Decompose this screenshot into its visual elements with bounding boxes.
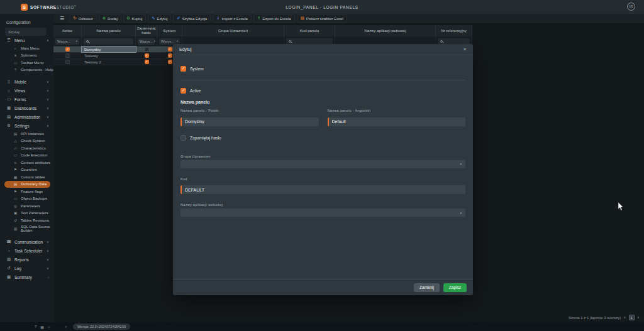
sidebar-item-code-execution[interactable]: ▭Code Execution — [0, 152, 53, 160]
remember-checkbox[interactable] — [180, 135, 186, 141]
checkbox-unchecked[interactable] — [65, 60, 70, 64]
user-avatar[interactable]: US — [627, 3, 635, 11]
sidebar-item-main-menu[interactable]: ⌂Main Menu — [0, 45, 53, 52]
sidebar-item-check-system[interactable]: △Check System — [0, 138, 53, 145]
chevron-right-icon: › — [48, 275, 49, 279]
group-label: Grupa Uprawnień — [180, 155, 465, 158]
close-icon[interactable]: ✕ — [463, 47, 467, 52]
checkbox-checked[interactable]: ✓ — [168, 53, 172, 58]
cell-name[interactable]: Testowy 2 — [82, 59, 136, 65]
copy-button[interactable]: ⧉Kopiuj — [123, 14, 146, 23]
column-header-kod-panelu[interactable]: Kod panelu — [284, 25, 335, 36]
column-header-active[interactable]: Active — [53, 25, 82, 36]
filter-search-nr-referencyjny[interactable] — [438, 38, 470, 45]
sidebar-group-views[interactable]: ○Views∨ — [0, 86, 53, 95]
sidebar-group-menu[interactable]: ☰ Menu ∧ — [0, 36, 53, 45]
hamburger-icon[interactable]: ☰ — [60, 16, 64, 21]
sidebar-group-administration[interactable]: ▤Administration∨ — [0, 112, 53, 121]
sidebar-group-task-scheduler[interactable]: ◔Task Scheduler∨ — [0, 246, 53, 255]
chevron-down-icon: ∨ — [47, 80, 49, 84]
sidebar-group-dashboards[interactable]: ▦Dashboards∨ — [0, 104, 53, 112]
sidebar-item-characteristics[interactable]: ▱Characteristics — [0, 144, 53, 152]
shape-icon: ▱ — [13, 146, 18, 150]
sidebar-group-reports[interactable]: ▤Reports∨ — [0, 255, 53, 264]
flag-icon: ⚑ — [13, 168, 18, 171]
sidebar-item-text-parameters[interactable]: ▣Text Parameters — [0, 210, 53, 217]
sidebar-group-mobile[interactable]: ▯Mobile∨ — [0, 77, 53, 86]
sidebar-item-tables-revisions[interactable]: ↺Tables Revisions — [0, 217, 53, 224]
collapse-sidebar-icon[interactable]: ‹ — [65, 325, 67, 329]
checkbox-checked[interactable]: ✓ — [145, 53, 149, 58]
column-header-grupa-uprawnien[interactable]: Grupa Uprawnień — [182, 25, 284, 36]
download-template-button[interactable]: ▤Pobierz szablon Excel — [297, 14, 347, 23]
sidebar-group-log[interactable]: ↺Log∨ — [0, 264, 53, 273]
filter-select-active[interactable]: Wszys...▾ — [55, 38, 79, 45]
checkbox-checked[interactable]: ✓ — [145, 60, 149, 64]
edit-button[interactable]: ✎Edytuj — [148, 14, 171, 23]
close-button[interactable]: Zamknij — [414, 283, 440, 292]
sidebar-item-countries[interactable]: ⚑Countries — [0, 166, 53, 174]
page-next-icon[interactable]: › — [638, 315, 639, 320]
help-icon[interactable]: ? — [35, 325, 36, 329]
system-checkbox[interactable]: ✓ — [180, 66, 186, 72]
cell-active[interactable] — [53, 53, 82, 58]
import-excel-button[interactable]: ⇓Import z Excela — [213, 14, 252, 23]
add-button[interactable]: ⊕Dodaj — [99, 14, 121, 23]
checkbox-unchecked[interactable] — [145, 47, 149, 52]
export-excel-button[interactable]: ⇑Export do Excela — [253, 14, 295, 23]
sidebar-item-feature-flags[interactable]: ⚑Feature flags — [0, 188, 53, 195]
sidebar-group-forms[interactable]: ▭Forms∨ — [0, 95, 53, 104]
column-header-system[interactable]: System — [157, 25, 182, 36]
cell-active[interactable] — [53, 59, 82, 65]
column-header-zapamietaj-haslo[interactable]: Zapamiętaj hasło — [136, 25, 157, 36]
save-button[interactable]: Zapisz — [443, 283, 467, 292]
sidebar-item-dictionary-data[interactable]: ▤Dictionary Data — [4, 181, 50, 188]
sidebar-item-object-backups[interactable]: ▭Object Backups — [0, 195, 53, 203]
cell-name[interactable]: Domyślny — [82, 46, 136, 52]
name-en-input[interactable] — [328, 117, 466, 126]
sidebar-item-submenu[interactable]: ≡Submenu — [0, 52, 53, 60]
filter-search-nazwa-panelu[interactable] — [84, 38, 133, 45]
sidebar-item-toolbar-menu[interactable]: ▭Toolbar Menu — [0, 59, 53, 67]
code-input[interactable] — [180, 185, 465, 194]
home-icon[interactable]: ⌂ — [48, 325, 50, 329]
column-header-nazwa-panelu[interactable]: Nazwa panelu — [82, 25, 136, 36]
active-checkbox[interactable]: ✓ — [180, 88, 186, 94]
checkbox-unchecked[interactable] — [65, 53, 70, 58]
group-select[interactable]: ▾ — [180, 160, 465, 168]
sidebar-search-input[interactable] — [5, 28, 47, 36]
help-icon: ? — [13, 68, 18, 72]
sidebar-item-components-help[interactable]: ?Components - Help — [0, 67, 53, 74]
refresh-button[interactable]: ↻Odśwież — [69, 14, 96, 23]
sidebar-item-api-instances[interactable]: ▤API Instances — [0, 130, 53, 138]
checkbox-checked[interactable]: ✓ — [168, 60, 172, 64]
checkbox-checked[interactable]: ✓ — [65, 47, 70, 52]
document-icon: ▤ — [6, 257, 11, 262]
quick-edit-button[interactable]: ✐Szybka Edycja — [173, 14, 211, 23]
sidebar-group-summary[interactable]: ▦Summary› — [0, 273, 53, 281]
page-number[interactable]: 1 — [629, 315, 635, 320]
filter-select-system[interactable]: Wszys...▾ — [159, 38, 180, 45]
sidebar-item-parameters[interactable]: ◎Parameters — [0, 202, 53, 210]
checkbox-checked[interactable]: ✓ — [168, 47, 172, 52]
name-pl-input[interactable] — [180, 117, 319, 126]
cell-remember[interactable] — [136, 46, 157, 52]
cell-remember[interactable]: ✓ — [136, 59, 157, 65]
sidebar-item-context-attributes[interactable]: ∞Context attributes — [0, 159, 53, 166]
sidebar-group-settings[interactable]: ⚙Settings∧ — [0, 121, 53, 130]
filter-select-zapamietaj[interactable]: Wszys...▾ — [138, 38, 155, 45]
filter-search-kod-panelu[interactable] — [286, 38, 333, 45]
column-header-nazwy-aplikacji[interactable]: Nazwy aplikacji webowej — [335, 25, 436, 36]
webapp-select[interactable]: ▾ — [180, 209, 465, 217]
column-header-nr-referencyjny[interactable]: Nr referencyjny — [436, 25, 472, 36]
cell-name[interactable]: Testowy — [82, 53, 136, 58]
chevron-down-icon: ∨ — [47, 97, 49, 101]
sidebar-item-custom-tables[interactable]: ▦Custom tables — [0, 173, 53, 181]
building-icon[interactable]: ▦ — [40, 325, 44, 329]
page-prev-icon[interactable]: ‹ — [624, 315, 625, 320]
sidebar-item-sql-data-source-builder[interactable]: ▥SQL Data Source Builder — [0, 224, 53, 234]
cell-remember[interactable]: ✓ — [136, 53, 157, 58]
cell-active[interactable]: ✓ — [53, 46, 82, 52]
backup-icon: ▭ — [13, 197, 18, 200]
sidebar-group-communication[interactable]: ☎Communication∨ — [0, 237, 53, 246]
